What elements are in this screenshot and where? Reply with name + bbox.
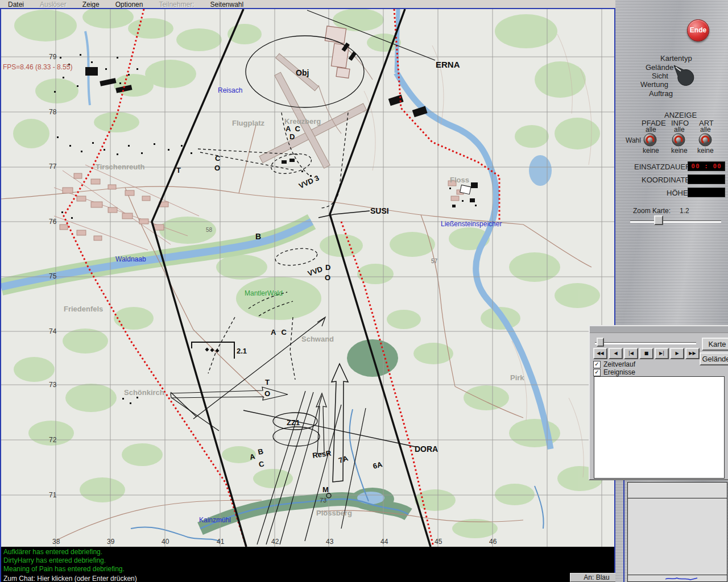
grid-left-79: 79 bbox=[49, 53, 57, 61]
playback-panel: ◀◀ ◀ |◀ ■ ▶| ▶ ▶▶ Karte Gelände ✓ Zeitve… bbox=[589, 325, 728, 480]
detail-panel bbox=[627, 482, 727, 582]
phase-lines-black bbox=[152, 9, 435, 547]
play-button[interactable]: ▶ bbox=[670, 348, 684, 359]
rewind-fast-button[interactable]: ◀◀ bbox=[593, 348, 607, 359]
label-flugplatz: Flugplatz bbox=[232, 119, 265, 127]
label-resr: ResR bbox=[312, 448, 332, 460]
signature-scribble bbox=[664, 576, 704, 581]
label-ploessberg: Plössberg bbox=[316, 509, 352, 517]
label-mantlerwald: MantlerWald bbox=[245, 289, 283, 297]
zoom-slider-handle[interactable] bbox=[654, 215, 663, 225]
label-kainzmuehl: Kainzmühl bbox=[199, 516, 231, 524]
kartentyp-knob-icon[interactable] bbox=[671, 63, 695, 89]
label-reisach: Reisach bbox=[218, 86, 242, 94]
label-obj: Obj bbox=[296, 68, 309, 77]
ereignisse-row: ✓ Ereignisse bbox=[593, 368, 635, 376]
chat-prompt-bar[interactable]: Zum Chat: Hier klicken (oder Enter drück… bbox=[1, 575, 574, 582]
label-floss: Floss bbox=[450, 176, 469, 184]
zeitverlauf-checkbox[interactable]: ✓ bbox=[593, 361, 601, 368]
event-list[interactable] bbox=[594, 376, 725, 479]
zeitverlauf-label: Zeitverlauf bbox=[603, 360, 635, 368]
kartentyp-option-sicht[interactable]: Sicht bbox=[652, 72, 668, 80]
info-knob[interactable] bbox=[671, 132, 686, 148]
letter-t-left: T bbox=[176, 166, 181, 174]
ereignisse-checkbox[interactable]: ✓ bbox=[593, 369, 601, 376]
town-floss bbox=[448, 181, 478, 207]
grid-left-76: 76 bbox=[49, 218, 57, 226]
map-canvas: FPS=8.46 (8.33 - 8.55) ERNA SUSI DORA Ob… bbox=[1, 9, 614, 547]
art-knob[interactable] bbox=[698, 132, 713, 148]
label-zz1: ZZ1 bbox=[287, 418, 300, 427]
label-73: 73 bbox=[320, 497, 326, 504]
menu-datei[interactable]: Datei bbox=[0, 1, 32, 9]
art-keine-label[interactable]: keine bbox=[697, 147, 714, 155]
label-waldnaab: Waldnaab bbox=[115, 255, 146, 263]
letter-ac-top: A C bbox=[286, 124, 301, 133]
koordinate-label: KOORDINATE bbox=[642, 176, 690, 184]
grid-bottom-41: 41 bbox=[217, 538, 225, 546]
letter-c-left: C bbox=[215, 154, 221, 163]
letter-ac-mid: A C bbox=[271, 328, 288, 336]
letter-c-bot: C bbox=[258, 459, 266, 469]
grid-bottom-45: 45 bbox=[435, 538, 442, 546]
ereignisse-label: Ereignisse bbox=[603, 368, 635, 376]
zoom-karte-value: 1.2 bbox=[680, 207, 689, 215]
grid-bottom-40: 40 bbox=[162, 538, 169, 546]
step-forward-button[interactable]: ▶| bbox=[655, 348, 669, 359]
timeline-slider-track[interactable] bbox=[595, 342, 696, 344]
fps-counter: FPS=8.46 (8.33 - 8.55) bbox=[3, 63, 72, 71]
panel-divider bbox=[623, 480, 624, 582]
stop-button[interactable]: ■ bbox=[639, 348, 653, 359]
grid-left-74: 74 bbox=[49, 327, 57, 335]
zeitverlauf-row: ✓ Zeitverlauf bbox=[593, 360, 635, 368]
letter-b-bot: B bbox=[257, 447, 264, 456]
pfade-knob[interactable] bbox=[643, 132, 658, 148]
kartentyp-option-wertung[interactable]: Wertung bbox=[640, 80, 668, 89]
map-view[interactable]: FPS=8.46 (8.33 - 8.55) ERNA SUSI DORA Ob… bbox=[1, 9, 614, 547]
label-dora: DORA bbox=[415, 444, 438, 454]
grid-left-78: 78 bbox=[49, 108, 57, 116]
play-back-button[interactable]: ◀ bbox=[609, 348, 623, 359]
label-tirschenreuth: Tirschenreuth bbox=[96, 163, 145, 171]
grid-left-72: 72 bbox=[49, 436, 57, 444]
letter-b: B bbox=[255, 232, 261, 241]
karte-tab-button[interactable]: Karte bbox=[702, 338, 728, 351]
zoom-karte-label: Zoom Karte: bbox=[633, 207, 671, 215]
info-keine-label[interactable]: keine bbox=[671, 147, 688, 155]
wahl-label: Wahl bbox=[626, 136, 641, 144]
anzeige-title: ANZEIGE bbox=[664, 111, 697, 119]
gelaende-tab-button[interactable]: Gelände bbox=[700, 352, 728, 365]
grid-bottom-38: 38 bbox=[52, 538, 60, 546]
kartentyp-option-auftrag[interactable]: Auftrag bbox=[649, 89, 673, 98]
zoom-slider-track[interactable] bbox=[630, 221, 721, 223]
grid-left-75: 75 bbox=[49, 272, 57, 280]
grid-bottom-39: 39 bbox=[107, 538, 115, 546]
label-21: 2.1 bbox=[237, 347, 247, 355]
letter-t-mid: T bbox=[265, 378, 270, 386]
einsatzdauer-label: EINSATZDAUER bbox=[634, 163, 690, 171]
grid-bottom-43: 43 bbox=[326, 538, 334, 546]
grid-bottom-44: 44 bbox=[380, 538, 388, 546]
menu-teilnehmer: Teilnehmer: bbox=[151, 1, 202, 9]
chat-log[interactable]: Aufklärer has entered debriefing. DirtyH… bbox=[1, 547, 614, 575]
menu-seitenwahl[interactable]: Seitenwahl bbox=[202, 1, 251, 9]
koordinate-display bbox=[688, 174, 725, 184]
playback-panel-strip bbox=[590, 326, 728, 333]
menu-optionen[interactable]: Optionen bbox=[107, 1, 151, 9]
einsatzdauer-display: 00 : 00 bbox=[688, 161, 725, 171]
letter-d-top: D bbox=[289, 132, 295, 141]
step-back-button[interactable]: |◀ bbox=[624, 348, 638, 359]
pfade-keine-label[interactable]: keine bbox=[643, 147, 659, 155]
label-7a: 7A bbox=[337, 454, 349, 465]
ende-button[interactable]: Ende bbox=[687, 19, 709, 41]
label-57: 57 bbox=[431, 258, 438, 264]
grid-bottom-42: 42 bbox=[271, 538, 279, 546]
menu-zeige[interactable]: Zeige bbox=[75, 1, 107, 9]
forward-fast-button[interactable]: ▶▶ bbox=[685, 348, 700, 359]
label-m: M bbox=[322, 485, 329, 494]
letter-o-left: O bbox=[214, 164, 220, 172]
kartentyp-option-gelaende[interactable]: Gelände bbox=[646, 63, 673, 72]
kartentyp-title: Kartentyp bbox=[660, 54, 692, 63]
label-erna: ERNA bbox=[436, 60, 460, 69]
timeline-slider-handle[interactable] bbox=[597, 338, 604, 347]
